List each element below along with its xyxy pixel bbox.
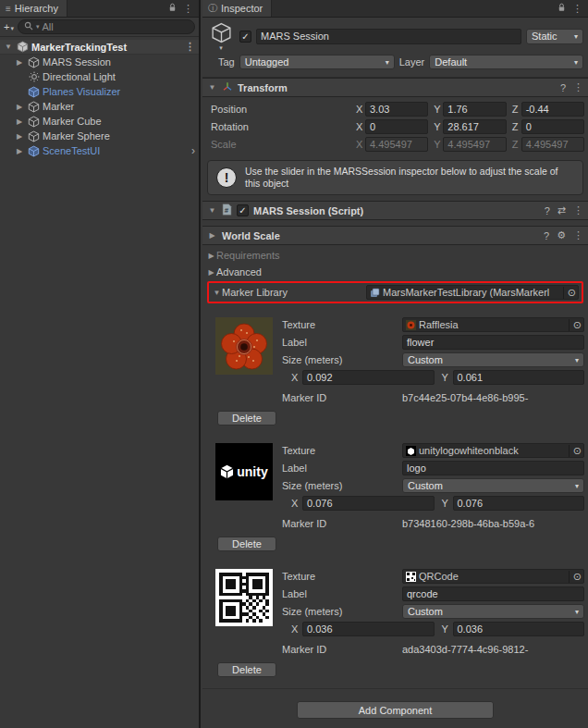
size-x-field[interactable]: 0.092 (302, 370, 435, 385)
position-x-field[interactable]: 3.03 (365, 102, 428, 117)
chevron-down-icon: ▾ (570, 482, 579, 490)
label-value: flower (407, 337, 434, 348)
add-component-label: Add Component (359, 705, 433, 716)
help-icon[interactable]: ? (545, 205, 550, 216)
scale-x-value: 4.495497 (370, 139, 412, 150)
help-icon[interactable]: ? (560, 82, 566, 93)
hierarchy-item-mars-session[interactable]: ▶ MARS Session (0, 55, 199, 69)
scene-menu-icon[interactable]: ⋮ (185, 41, 195, 53)
gameobject-name-field[interactable]: MARS Session (256, 29, 521, 44)
tab-hierarchy[interactable]: ≡ Hierarchy (0, 0, 67, 17)
foldout-closed-icon[interactable]: ▶ (14, 147, 25, 155)
hierarchy-item-planes-visualizer[interactable]: Planes Visualizer (0, 84, 199, 99)
y-axis-label: Y (430, 121, 443, 132)
qrcode-texture-preview[interactable] (215, 569, 273, 626)
foldout-closed-icon[interactable]: ▶ (14, 103, 25, 111)
gameobject-icon-button[interactable]: ▾ (207, 21, 235, 52)
foldout-closed-icon[interactable]: ▶ (14, 58, 25, 67)
position-z-field[interactable]: -0.44 (521, 102, 584, 117)
delete-button[interactable]: Delete (217, 411, 276, 426)
tab-inspector[interactable]: ⓘ Inspector (202, 0, 272, 17)
foldout-closed-icon[interactable]: ▶ (207, 231, 217, 240)
hierarchy-item-marker-sphere[interactable]: ▶ Marker Sphere (0, 129, 199, 143)
search-input[interactable]: ▾ All (18, 19, 195, 34)
object-picker-icon[interactable]: ⊙ (569, 445, 582, 457)
component-menu-icon[interactable]: ⋮ (573, 204, 583, 216)
gear-icon[interactable]: ⚙ (557, 229, 566, 241)
script-enabled-checkbox[interactable]: ✓ (237, 204, 249, 216)
foldout-open-icon[interactable]: ▼ (207, 83, 217, 92)
size-mode-dropdown[interactable]: Custom ▾ (402, 352, 584, 367)
requirements-foldout[interactable]: ▶ Requirements (206, 247, 584, 264)
scale-z-value: 4.495497 (526, 139, 569, 150)
texture-object-field[interactable]: Rafflesia ⊙ (402, 317, 584, 332)
label-field[interactable]: logo (402, 461, 584, 475)
rotation-y-field[interactable]: 28.617 (443, 119, 506, 134)
label-field[interactable]: flower (402, 335, 584, 350)
world-scale-title: World Scale (222, 230, 280, 241)
rotation-x-field[interactable]: 0 (365, 119, 428, 134)
component-menu-icon[interactable]: ⋮ (573, 81, 583, 93)
section-menu-icon[interactable]: ⋮ (573, 229, 583, 241)
delete-button[interactable]: Delete (217, 662, 276, 677)
marker-id-value: ada3403d-7774-4c96-9812- (402, 644, 584, 655)
lock-icon[interactable] (557, 3, 566, 14)
tag-dropdown[interactable]: Untagged ▾ (239, 55, 395, 69)
size-mode-dropdown[interactable]: Custom ▾ (402, 478, 584, 493)
item-label: MARS Session (43, 56, 111, 68)
texture-value: Rafflesia (419, 319, 459, 330)
static-dropdown[interactable]: Static ▾ (526, 29, 583, 44)
layer-dropdown[interactable]: Default ▾ (429, 55, 583, 69)
size-y-field[interactable]: 0.076 (453, 496, 585, 511)
size-x-field[interactable]: 0.036 (302, 622, 435, 636)
world-scale-header[interactable]: ▶ World Scale ? ⚙ ⋮ (202, 226, 588, 245)
texture-object-field[interactable]: unitylogowhiteonblack ⊙ (402, 443, 584, 458)
delete-label: Delete (232, 413, 262, 424)
help-icon[interactable]: ? (544, 230, 549, 241)
add-component-button[interactable]: Add Component (297, 701, 494, 719)
size-y-field[interactable]: 0.036 (453, 622, 585, 636)
size-x-field[interactable]: 0.076 (302, 496, 435, 511)
preset-icon[interactable]: ⇄ (557, 204, 566, 216)
foldout-closed-icon[interactable]: ▶ (14, 117, 25, 126)
hierarchy-scene-row[interactable]: ▼ MarkerTrackingTest ⋮ (0, 40, 199, 55)
rafflesia-texture-preview[interactable] (215, 317, 273, 375)
x-axis-label: X (352, 121, 365, 132)
texture-object-field[interactable]: QRCode ⊙ (402, 569, 584, 584)
window-menu-icon[interactable]: ⋮ (572, 3, 582, 15)
hierarchy-item-scenetestui[interactable]: ▶ SceneTestUI › (0, 143, 199, 158)
position-y-field[interactable]: 1.76 (443, 102, 506, 117)
advanced-foldout[interactable]: ▶ Advanced (206, 264, 584, 280)
window-menu-icon[interactable]: ⋮ (183, 3, 193, 15)
unity-logo-texture-preview[interactable]: unity (215, 443, 273, 500)
delete-button[interactable]: Delete (217, 537, 276, 551)
foldout-open-icon[interactable]: ▼ (212, 289, 222, 297)
rotation-z-field[interactable]: 0 (521, 119, 584, 134)
foldout-open-icon[interactable]: ▼ (207, 206, 217, 215)
create-button[interactable]: + ▾ (4, 21, 14, 32)
foldout-closed-icon[interactable]: ▶ (14, 132, 25, 141)
hierarchy-item-directional-light[interactable]: Directional Light (0, 69, 199, 84)
object-picker-icon[interactable]: ⊙ (569, 571, 582, 583)
y-axis-label: Y (430, 104, 443, 115)
lock-icon[interactable] (168, 3, 177, 14)
prefab-open-chevron-icon[interactable]: › (191, 144, 195, 157)
mars-session-script-header[interactable]: ▼ # ✓ MARS Session (Script) ? ⇄ ⋮ (202, 201, 588, 220)
size-mode-dropdown[interactable]: Custom ▾ (402, 604, 584, 619)
active-checkbox[interactable]: ✓ (239, 31, 251, 43)
marker-id-value: b7c44e25-07b4-4e86-b995- (402, 392, 584, 403)
label-field[interactable]: qrcode (402, 586, 584, 601)
y-axis-label: Y (442, 372, 453, 383)
item-label: SceneTestUI (43, 145, 100, 156)
rotation-z-value: 0 (526, 121, 532, 132)
transform-header[interactable]: ▼ Transform ? ⋮ (202, 78, 588, 97)
marker-library-object-field[interactable]: MarsMarkerTestLibrary (MarsMarkerl ⊙ (366, 285, 579, 300)
size-y-field[interactable]: 0.061 (453, 370, 585, 385)
object-picker-icon[interactable]: ⊙ (569, 319, 582, 331)
hierarchy-item-marker[interactable]: ▶ Marker (0, 99, 199, 114)
scale-y-value: 4.495497 (447, 139, 490, 150)
hierarchy-item-marker-cube[interactable]: ▶ Marker Cube (0, 114, 199, 129)
object-picker-icon[interactable]: ⊙ (563, 287, 576, 299)
foldout-open-icon[interactable]: ▼ (3, 43, 14, 51)
texture-label: Texture (282, 571, 402, 582)
